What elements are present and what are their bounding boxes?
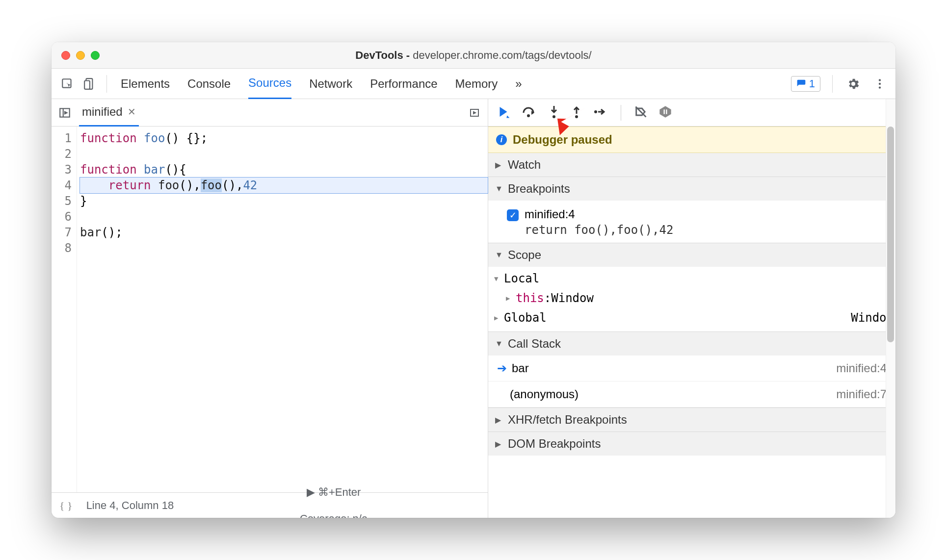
issues-badge[interactable]: 1 (791, 76, 820, 92)
file-tab-minified[interactable]: minified ✕ (79, 99, 139, 127)
svg-point-3 (879, 79, 881, 81)
zoom-window-button[interactable] (91, 51, 100, 60)
breakpoints-header[interactable]: ▼Breakpoints (488, 177, 895, 201)
step-button[interactable] (593, 106, 608, 120)
device-mode-icon[interactable] (81, 75, 99, 93)
panel-tabs: Elements Console Sources Network Perform… (115, 69, 786, 99)
scrollbar-thumb[interactable] (887, 127, 894, 342)
callstack-frame[interactable]: (anonymous) minified:7 (488, 382, 895, 407)
xhr-breakpoints-section: ▶XHR/fetch Breakpoints (488, 408, 895, 432)
scope-local[interactable]: ▼Local (488, 269, 895, 288)
info-icon: i (496, 134, 507, 145)
run-snippet[interactable]: ▶ ⌘+Enter (307, 486, 361, 499)
debugger-pane: i Debugger paused ▶Watch ▼Breakpoints ✓ … (488, 99, 895, 518)
issues-count: 1 (809, 77, 815, 90)
step-into-button[interactable] (548, 105, 560, 121)
close-file-icon[interactable]: ✕ (128, 106, 136, 118)
tab-sources[interactable]: Sources (248, 69, 291, 99)
devtools-window: DevTools - developer.chrome.com/tags/dev… (52, 42, 895, 518)
code-editor[interactable]: 1 2 3 4 5 6 7 8 function foo() {}; funct… (52, 127, 488, 492)
callstack-header[interactable]: ▼Call Stack (488, 332, 895, 356)
cursor-position: Line 4, Column 18 (86, 499, 174, 512)
navigator-toggle-icon[interactable] (57, 105, 72, 120)
pause-on-exceptions-button[interactable] (658, 105, 672, 121)
xhr-breakpoints-header[interactable]: ▶XHR/fetch Breakpoints (488, 408, 895, 432)
minimize-window-button[interactable] (76, 51, 85, 60)
svg-rect-12 (664, 109, 665, 114)
line-gutter: 1 2 3 4 5 6 7 8 (52, 127, 77, 492)
watch-header[interactable]: ▶Watch (488, 153, 895, 177)
callstack-frame[interactable]: ➔ bar minified:4 (488, 356, 895, 382)
more-tabs-icon[interactable] (467, 105, 482, 120)
callstack-section: ▼Call Stack ➔ bar minified:4 (anonymous)… (488, 332, 895, 408)
window-url: developer.chrome.com/tags/devtools/ (413, 49, 591, 61)
current-frame-icon: ➔ (497, 361, 507, 375)
breakpoint-location: minified:4 (525, 207, 575, 221)
step-over-button[interactable] (522, 105, 537, 120)
breakpoint-item[interactable]: ✓ minified:4 (495, 204, 889, 221)
titlebar: DevTools - developer.chrome.com/tags/dev… (52, 42, 895, 69)
debug-toolbar (488, 99, 895, 127)
window-controls (61, 51, 100, 60)
tab-memory[interactable]: Memory (455, 69, 498, 99)
tab-elements[interactable]: Elements (121, 69, 170, 99)
svg-point-10 (575, 115, 578, 118)
scope-header[interactable]: ▼Scope (488, 243, 895, 267)
breakpoints-section: ▼Breakpoints ✓ minified:4 return foo(),f… (488, 177, 895, 243)
editor-pane: minified ✕ 1 2 3 4 5 6 7 8 (52, 99, 488, 518)
step-out-button[interactable] (571, 105, 582, 121)
file-tab-label: minified (82, 105, 123, 119)
breakpoint-code: return foo(),foo(),42 (495, 221, 889, 237)
svg-rect-0 (62, 79, 71, 87)
svg-rect-13 (666, 109, 667, 114)
more-menu-icon[interactable] (871, 75, 889, 93)
scrollbar-track[interactable] (886, 99, 895, 518)
dom-breakpoints-section: ▶DOM Breakpoints (488, 432, 895, 456)
inspect-element-icon[interactable] (58, 75, 76, 93)
svg-point-4 (879, 82, 881, 84)
tab-performance[interactable]: Performance (370, 69, 437, 99)
editor-statusbar: { } Line 4, Column 18 ▶ ⌘+Enter Coverage… (52, 492, 488, 518)
svg-point-11 (594, 110, 597, 113)
dom-breakpoints-header[interactable]: ▶DOM Breakpoints (488, 432, 895, 456)
window-title: DevTools - developer.chrome.com/tags/dev… (61, 49, 886, 62)
tab-console[interactable]: Console (187, 69, 231, 99)
deactivate-breakpoints-button[interactable] (634, 105, 648, 121)
scope-this[interactable]: ▶this: Window (488, 288, 895, 308)
pretty-print-icon[interactable]: { } (59, 499, 73, 512)
code-body[interactable]: function foo() {}; function bar(){ retur… (77, 127, 488, 492)
paused-message: Debugger paused (513, 133, 612, 147)
breakpoint-checkbox[interactable]: ✓ (507, 209, 519, 221)
scope-section: ▼Scope ▼Local ▶this: Window ▶Global Wind… (488, 243, 895, 332)
watch-section: ▶Watch (488, 153, 895, 177)
svg-point-5 (879, 86, 881, 88)
coverage-status: Coverage: n/a (300, 512, 368, 518)
resume-button[interactable] (496, 104, 511, 121)
debugger-paused-banner: i Debugger paused (488, 127, 895, 153)
sources-content: minified ✕ 1 2 3 4 5 6 7 8 (52, 99, 895, 518)
tab-overflow[interactable]: » (515, 69, 522, 99)
settings-icon[interactable] (844, 75, 862, 93)
scope-global[interactable]: ▶Global Window (488, 308, 895, 328)
main-toolbar: Elements Console Sources Network Perform… (52, 69, 895, 99)
app-name: DevTools (355, 49, 403, 61)
svg-point-8 (527, 114, 530, 117)
svg-point-9 (552, 115, 555, 118)
tab-network[interactable]: Network (309, 69, 352, 99)
svg-rect-2 (84, 80, 90, 89)
file-tabs: minified ✕ (52, 99, 488, 127)
close-window-button[interactable] (61, 51, 70, 60)
